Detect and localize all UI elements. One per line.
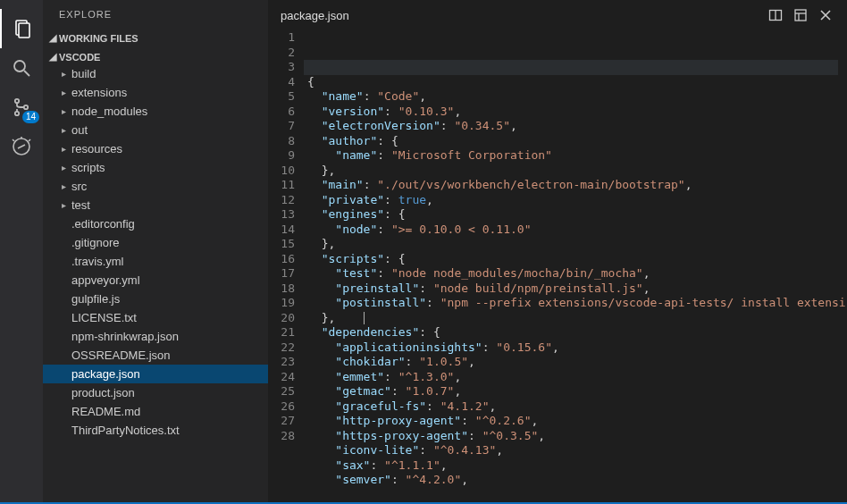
source-control-icon[interactable]: 14 <box>0 88 43 127</box>
tree-folder[interactable]: ▸extensions <box>43 83 268 102</box>
tree-file[interactable]: README.md <box>43 402 268 421</box>
tree-file[interactable]: package.json <box>43 365 268 383</box>
chevron-right-icon: ▸ <box>57 200 70 210</box>
chevron-right-icon: ▸ <box>57 88 70 97</box>
tree-folder[interactable]: ▸resources <box>43 139 268 158</box>
line-gutter: 1234567891011121314151617181920212223242… <box>268 30 304 502</box>
svg-point-5 <box>15 112 19 115</box>
chevron-down-icon: ◢ <box>46 51 59 63</box>
folder-label: resources <box>70 142 122 155</box>
svg-point-2 <box>14 61 25 71</box>
file-label: ThirdPartyNotices.txt <box>70 424 180 437</box>
tree-folder[interactable]: ▸src <box>43 177 268 196</box>
chevron-down-icon: ◢ <box>46 32 59 44</box>
svg-rect-14 <box>795 10 806 21</box>
working-files-header[interactable]: ◢ WORKING FILES <box>43 30 268 46</box>
file-label: OSSREADME.json <box>70 349 171 362</box>
svg-rect-1 <box>19 23 29 38</box>
text-cursor <box>364 312 365 324</box>
svg-point-4 <box>15 99 19 103</box>
file-label: package.json <box>70 367 140 381</box>
file-label: npm-shrinkwrap.json <box>70 330 179 343</box>
current-line-highlight <box>304 60 847 75</box>
file-label: appveyor.yml <box>70 273 140 287</box>
editor-tab[interactable]: package.json <box>277 9 763 22</box>
code-lines[interactable]: { "name": "Code", "version": "0.10.3", "… <box>304 30 847 502</box>
tree-file[interactable]: .travis.yml <box>43 252 268 271</box>
tree-file[interactable]: OSSREADME.json <box>43 346 268 365</box>
tree-file[interactable]: gulpfile.js <box>43 290 268 308</box>
svg-line-3 <box>24 71 29 76</box>
file-label: .gitignore <box>70 236 119 249</box>
folder-label: extensions <box>70 86 127 99</box>
editor-group: package.json 123456789101112131415161718… <box>268 0 847 502</box>
svg-line-11 <box>18 145 25 148</box>
tree-file[interactable]: LICENSE.txt <box>43 308 268 327</box>
folder-label: out <box>70 123 88 137</box>
sidebar-title: EXPLORE <box>43 0 268 29</box>
chevron-right-icon: ▸ <box>57 69 70 79</box>
tree-folder[interactable]: ▸scripts <box>43 158 268 177</box>
explorer-icon[interactable] <box>0 9 43 48</box>
split-editor-icon[interactable] <box>763 3 788 28</box>
folder-label: scripts <box>70 161 105 174</box>
activity-bar: 14 <box>0 0 43 502</box>
tree-folder[interactable]: ▸out <box>43 121 268 139</box>
file-label: LICENSE.txt <box>70 311 137 324</box>
chevron-right-icon: ▸ <box>57 106 70 116</box>
folder-label: src <box>70 180 87 193</box>
folder-label: build <box>70 67 96 80</box>
tree-folder[interactable]: ▸build <box>43 64 268 83</box>
file-label: README.md <box>70 405 140 418</box>
folder-label: test <box>70 198 90 212</box>
tree-file[interactable]: .gitignore <box>43 233 268 252</box>
tree-file[interactable]: npm-shrinkwrap.json <box>43 327 268 346</box>
project-header[interactable]: ◢ VSCODE <box>43 49 268 64</box>
svg-line-9 <box>13 139 14 141</box>
tree-folder[interactable]: ▸node_modules <box>43 102 268 121</box>
file-label: product.json <box>70 386 135 399</box>
debug-icon[interactable] <box>0 127 43 166</box>
scm-badge: 14 <box>22 111 39 123</box>
file-label: gulpfile.js <box>70 292 120 306</box>
file-label: .editorconfig <box>70 217 135 231</box>
editor-tab-bar: package.json <box>268 0 847 30</box>
code-editor[interactable]: 1234567891011121314151617181920212223242… <box>268 30 847 502</box>
tree-folder[interactable]: ▸test <box>43 196 268 214</box>
working-files-label: WORKING FILES <box>59 33 138 44</box>
tree-file[interactable]: product.json <box>43 383 268 402</box>
chevron-right-icon: ▸ <box>57 181 70 191</box>
tree-file[interactable]: appveyor.yml <box>43 271 268 290</box>
svg-line-10 <box>29 139 30 141</box>
more-actions-icon[interactable] <box>788 3 813 28</box>
sidebar: EXPLORE ◢ WORKING FILES ◢ VSCODE ▸build▸… <box>43 0 268 502</box>
tree-file[interactable]: .editorconfig <box>43 214 268 233</box>
tree-file[interactable]: ThirdPartyNotices.txt <box>43 421 268 440</box>
project-label: VSCODE <box>59 52 100 63</box>
file-tree: ▸build▸extensions▸node_modules▸out▸resou… <box>43 64 268 440</box>
chevron-right-icon: ▸ <box>57 144 70 154</box>
search-icon[interactable] <box>0 48 43 88</box>
close-icon[interactable] <box>813 3 838 28</box>
chevron-right-icon: ▸ <box>57 163 70 172</box>
folder-label: node_modules <box>70 105 147 118</box>
chevron-right-icon: ▸ <box>57 125 70 135</box>
file-label: .travis.yml <box>70 255 124 268</box>
svg-point-6 <box>24 105 28 109</box>
